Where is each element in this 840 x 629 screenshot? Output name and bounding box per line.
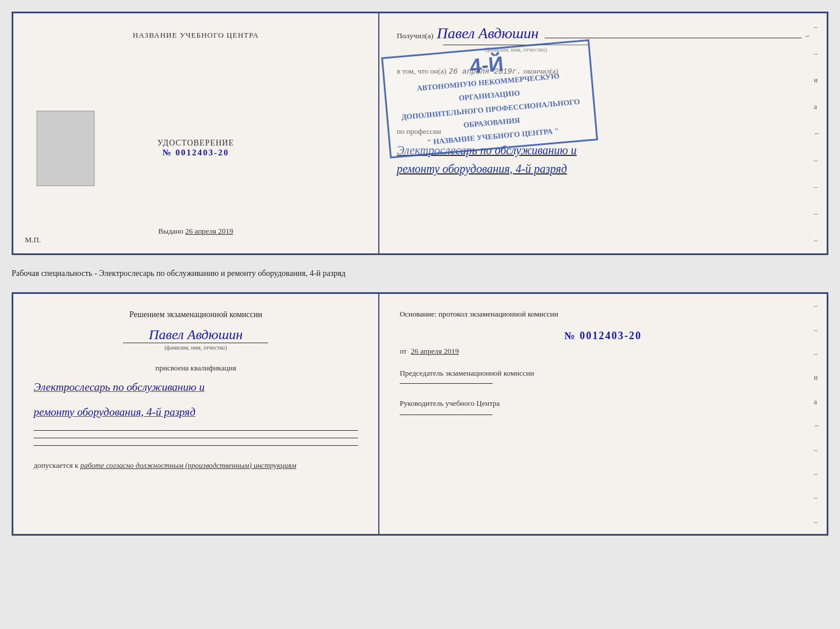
prof-text2: ремонту оборудования, 4-й разряд: [397, 159, 809, 178]
top-right-panel: Получил(а) Павел Авдюшин – (фамилия, имя…: [379, 13, 827, 253]
rukovoditel-section: Руководитель учебного Центра: [400, 398, 806, 420]
ot-date-value: 26 апреля 2019: [411, 347, 459, 355]
rukovoditel-title: Руководитель учебного Центра: [400, 398, 806, 410]
prisvoena-label: присвоена квалификация: [34, 363, 358, 373]
vydano-label: Выдано: [158, 227, 183, 235]
mp-label: М.П.: [25, 235, 41, 245]
bottom-left-panel: Решением экзаменационной комиссии Павел …: [13, 294, 379, 534]
top-document: НАЗВАНИЕ УЧЕБНОГО ЦЕНТРА УДОСТОВЕРЕНИЕ №…: [12, 12, 828, 255]
dash-right: –: [805, 31, 809, 41]
predsedatel-section: Председатель экзаменационной комиссии: [400, 368, 806, 389]
rukovoditel-sig-line: [400, 415, 493, 415]
stamp-overlay: 4-й АВТОНОМНУЮ НЕКОММЕРЧЕСКУЮ ОРГАНИЗАЦИ…: [381, 39, 598, 159]
separator-text: Рабочая специальность - Электрослесарь п…: [12, 269, 346, 278]
sig-line2: [34, 438, 358, 438]
osnovanie-title: Основание: протокол экзаменационной коми…: [400, 308, 806, 321]
vtom-section: в том, что он(а) 26 апреля 2019г. окончи…: [397, 64, 809, 178]
bottom-right-panel: Основание: протокол экзаменационной коми…: [379, 294, 827, 534]
udostoverenie-label: УДОСТОВЕРЕНИЕ: [157, 139, 234, 148]
poluchil-name: Павел Авдюшин: [437, 25, 538, 42]
top-left-title: НАЗВАНИЕ УЧЕБНОГО ЦЕНТРА: [133, 31, 259, 40]
poluchil-line: Получил(а) Павел Авдюшин –: [397, 25, 809, 42]
bottom-fio-sub: (фамилия, имя, отчество): [123, 343, 268, 351]
right-side-dashes-top: – – и а ← – – – –: [814, 13, 821, 253]
dopuskaetsya-text: работе согласно должностным (производств…: [80, 461, 296, 470]
sig-line3: [34, 445, 358, 446]
ot-date-section: от 26 апреля 2019: [400, 347, 806, 356]
vydano-section: Выдано 26 апреля 2019: [158, 227, 233, 236]
right-side-dashes-bottom: – – – и а ← – – – –: [814, 294, 821, 534]
vydano-date: 26 апреля 2019: [185, 227, 233, 235]
dopuskaetsya-section: допускается к работе согласно должностны…: [34, 461, 358, 470]
udostoverenie-number: № 0012403-20: [157, 148, 234, 158]
qualif2: ремонту оборудования, 4-й разряд: [34, 402, 358, 422]
separator-label: Рабочая специальность - Электрослесарь п…: [12, 264, 828, 283]
poluchil-label: Получил(а): [397, 31, 433, 41]
top-left-panel: НАЗВАНИЕ УЧЕБНОГО ЦЕНТРА УДОСТОВЕРЕНИЕ №…: [13, 13, 379, 253]
predsedatel-sig-line: [400, 383, 493, 384]
bottom-person-name-section: Павел Авдюшин (фамилия, имя, отчество): [34, 327, 358, 351]
bottom-document: Решением экзаменационной комиссии Павел …: [12, 292, 828, 536]
ot-label: от: [400, 347, 407, 355]
bottom-person-name: Павел Авдюшин: [34, 327, 358, 343]
protocol-number: № 0012403-20: [400, 330, 806, 342]
dopuskaetsya-label: допускается к: [34, 461, 78, 470]
sig-line1: [34, 430, 358, 431]
reshenie-title: Решением экзаменационной комиссии: [34, 308, 358, 321]
udostoverenie-section: УДОСТОВЕРЕНИЕ № 0012403-20: [157, 139, 234, 158]
qualif1: Электрослесарь по обслуживанию и: [34, 377, 358, 397]
predsedatel-title: Председатель экзаменационной комиссии: [400, 368, 806, 379]
photo-placeholder: [37, 111, 95, 186]
